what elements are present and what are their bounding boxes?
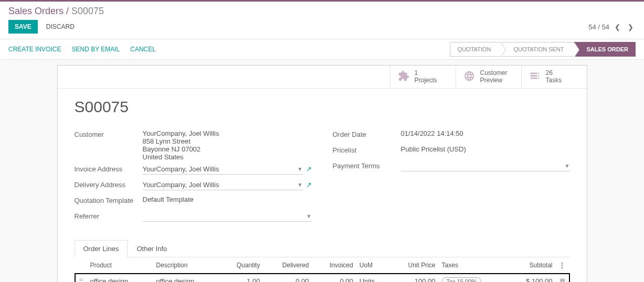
col-quantity: Quantity xyxy=(219,257,263,274)
delivery-address-field[interactable]: YourCompany, Joel Willis xyxy=(143,180,294,190)
quotation-template-label: Quotation Template xyxy=(75,196,143,204)
status-quotation-sent[interactable]: QUOTATION SENT xyxy=(500,42,573,57)
pager-text: 54 / 54 xyxy=(588,23,609,31)
line-uom[interactable]: Units xyxy=(356,274,389,282)
breadcrumb-parent[interactable]: Sales Orders xyxy=(8,6,64,16)
discard-button[interactable]: DISCARD xyxy=(42,20,79,34)
col-subtotal: Subtotal xyxy=(506,257,555,274)
col-uom: UoM xyxy=(356,257,389,274)
breadcrumb: Sales Orders / S00075 xyxy=(8,6,636,20)
col-product: Product xyxy=(87,257,153,274)
status-steps: QUOTATION QUOTATION SENT SALES ORDER xyxy=(450,42,636,57)
external-link-icon[interactable]: ↗ xyxy=(306,165,312,173)
cancel-button[interactable]: CANCEL xyxy=(130,41,156,57)
pager: 54 / 54 ❮ ❯ xyxy=(588,21,636,33)
chevron-down-icon[interactable]: ▼ xyxy=(565,163,570,169)
referrer-label: Referrer xyxy=(75,211,143,220)
stat-tasks[interactable]: 26 Tasks xyxy=(521,66,587,88)
tax-badge[interactable]: Tax 15.00% xyxy=(442,277,481,282)
stat-preview-bottom: Preview xyxy=(480,77,508,84)
globe-icon xyxy=(463,70,475,83)
invoice-address-label: Invoice Address xyxy=(75,164,143,173)
invoice-address-field[interactable]: YourCompany, Joel Willis xyxy=(143,164,294,174)
table-row[interactable]: ⠿ office design office design 1.00 0.00 … xyxy=(75,274,569,282)
stat-projects[interactable]: 1 Projects xyxy=(390,66,456,88)
customer-value: YourCompany, Joel Willis 858 Lynn Street… xyxy=(143,129,312,161)
stat-projects-label: Projects xyxy=(415,77,437,84)
save-button[interactable]: SAVE xyxy=(8,20,38,34)
status-sales-order[interactable]: SALES ORDER xyxy=(574,42,636,57)
external-link-icon[interactable]: ↗ xyxy=(306,181,312,189)
tab-other-info[interactable]: Other Info xyxy=(128,240,176,257)
chevron-down-icon[interactable]: ▼ xyxy=(307,213,312,219)
customer-label: Customer xyxy=(75,129,143,138)
chevron-down-icon[interactable]: ▼ xyxy=(298,182,303,188)
quotation-template-value[interactable]: Default Template xyxy=(143,196,312,203)
payment-terms-label: Payment Terms xyxy=(333,161,401,170)
stat-preview-top: Customer xyxy=(480,69,508,77)
line-product[interactable]: office design xyxy=(90,277,129,282)
stat-preview[interactable]: Customer Preview xyxy=(456,66,521,88)
referrer-field[interactable]: ▼ xyxy=(143,211,312,222)
tab-order-lines[interactable]: Order Lines xyxy=(75,240,128,257)
col-description: Description xyxy=(153,257,219,274)
line-invoiced: 0.00 xyxy=(312,274,356,282)
order-date-label: Order Date xyxy=(333,129,401,138)
stat-projects-count: 1 xyxy=(415,69,437,77)
col-delivered: Delivered xyxy=(263,257,312,274)
line-description[interactable]: office design xyxy=(153,274,219,282)
breadcrumb-current: S00075 xyxy=(71,6,104,16)
more-columns-icon[interactable]: ⋮ xyxy=(559,262,565,269)
trash-icon[interactable]: 🗑 xyxy=(559,277,566,282)
pricelist-label: Pricelist xyxy=(333,145,401,154)
create-invoice-button[interactable]: CREATE INVOICE xyxy=(8,41,61,57)
payment-terms-field[interactable]: ▼ xyxy=(401,161,570,171)
pager-prev-icon[interactable]: ❮ xyxy=(613,21,622,33)
line-subtotal: $ 100.00 xyxy=(506,274,555,282)
stat-tasks-label: Tasks xyxy=(546,77,562,84)
tasks-icon xyxy=(529,70,541,83)
order-title: S00075 xyxy=(75,98,570,116)
col-invoiced: Invoiced xyxy=(312,257,356,274)
line-quantity[interactable]: 1.00 xyxy=(219,274,263,282)
status-quotation[interactable]: QUOTATION xyxy=(450,42,501,57)
puzzle-icon xyxy=(398,70,409,83)
send-by-email-button[interactable]: SEND BY EMAIL xyxy=(71,41,120,57)
chevron-down-icon[interactable]: ▼ xyxy=(298,166,303,172)
col-taxes: Taxes xyxy=(439,257,507,274)
pricelist-value: Public Pricelist (USD) xyxy=(401,145,570,153)
order-date-value: 01/14/2022 14:14:50 xyxy=(401,129,570,137)
drag-handle-icon[interactable]: ⠿ xyxy=(79,277,84,282)
pager-next-icon[interactable]: ❯ xyxy=(626,21,636,33)
col-unit-price: Unit Price xyxy=(389,257,439,274)
delivery-address-label: Delivery Address xyxy=(75,180,143,189)
line-unit-price[interactable]: 100.00 xyxy=(389,274,439,282)
line-delivered[interactable]: 0.00 xyxy=(263,274,312,282)
stat-tasks-count: 26 xyxy=(546,69,562,77)
